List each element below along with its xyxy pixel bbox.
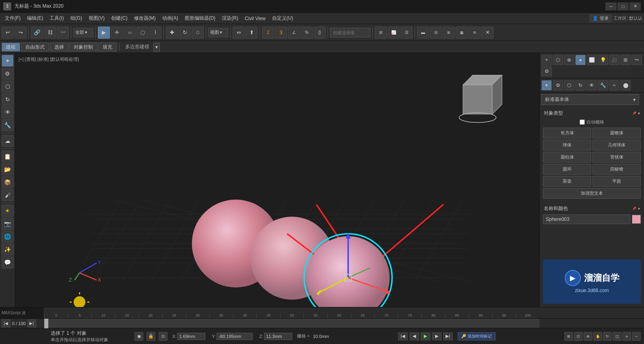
obj-btn-torus[interactable]: 圆环 xyxy=(543,164,591,175)
obj-btn-sphere[interactable]: 球体 xyxy=(543,140,591,150)
modify-tab-button[interactable]: ⚙ xyxy=(553,80,563,91)
render-scene-button[interactable]: ≈ xyxy=(609,80,619,91)
scale-button[interactable]: ⬡ xyxy=(192,27,204,39)
minimize-button[interactable]: ─ xyxy=(605,2,617,10)
move-button[interactable]: ✚ xyxy=(166,27,178,39)
tab-modeling[interactable]: 建模 xyxy=(2,43,20,51)
user-login-button[interactable]: 👤 登录 xyxy=(589,14,612,23)
name-color-header[interactable]: 名称和颜色 📌 ▾ xyxy=(541,204,642,214)
obj-btn-pyramid[interactable]: 四棱锥 xyxy=(592,164,641,175)
menu-tools[interactable]: 工具(I) xyxy=(46,13,67,23)
selection-filter-dropdown[interactable]: 全部 ▾ xyxy=(73,28,93,37)
menu-group[interactable]: 组(G) xyxy=(67,13,85,23)
material-editor-button[interactable]: ⬤ xyxy=(620,80,631,91)
redo-button[interactable]: ↪ xyxy=(14,27,27,39)
circle-select-button[interactable]: ◯ xyxy=(136,27,149,39)
menu-modifiers[interactable]: 修改器(M) xyxy=(131,13,159,23)
layer-manager-button[interactable]: ☰ xyxy=(400,27,413,39)
viewport-anim-button[interactable]: ≋ xyxy=(469,27,481,39)
rotate-button[interactable]: ↻ xyxy=(179,27,191,39)
prev-frame-button[interactable]: ◀ xyxy=(409,332,419,340)
go-end-button[interactable]: ▶| xyxy=(27,319,36,328)
selection-lock-btn[interactable]: ▣ xyxy=(134,332,143,341)
environment-btn[interactable]: 🌐 xyxy=(2,231,14,243)
modify-panel-btn[interactable]: ⚙ xyxy=(2,68,14,80)
ribbon-mode-dropdown[interactable]: ▾ xyxy=(153,43,160,51)
lights-button[interactable]: 💡 xyxy=(598,55,608,65)
compound-button[interactable]: ⊕ xyxy=(564,55,574,65)
menu-create[interactable]: 创建(C) xyxy=(108,13,131,23)
timeline-marker[interactable] xyxy=(44,319,48,328)
play-button[interactable]: ▶ xyxy=(421,332,430,340)
create-selection-input[interactable] xyxy=(330,28,370,37)
hierarchy-panel-btn[interactable]: ⬡ xyxy=(2,80,14,93)
tab-populate[interactable]: 填充 xyxy=(98,43,117,51)
object-paint-btn[interactable]: 🖌 xyxy=(2,189,14,201)
select-button[interactable]: ▶ xyxy=(98,27,110,39)
menu-animation[interactable]: 动画(A) xyxy=(159,13,182,23)
utilities-tab-button[interactable]: 🔧 xyxy=(598,80,608,91)
field-of-view-button[interactable]: ◫ xyxy=(613,332,621,341)
window-controls[interactable]: ─ □ ✕ xyxy=(605,2,641,10)
viewport-layout2-button[interactable]: ⊞ xyxy=(443,27,455,39)
select-move-button[interactable]: ✛ xyxy=(111,27,123,39)
obj-btn-box[interactable]: 长方体 xyxy=(543,128,591,138)
tab-selection[interactable]: 选择 xyxy=(50,43,68,51)
systems-button[interactable]: ⚙ xyxy=(541,66,552,76)
spinner-snap-button[interactable]: {} xyxy=(314,27,326,39)
next-frame-button[interactable]: ▶ xyxy=(432,332,442,340)
orbit-button[interactable]: ↻ xyxy=(603,332,612,341)
lasso-select-button[interactable]: ⌇ xyxy=(149,27,161,39)
obj-btn-plane[interactable]: 平面 xyxy=(592,176,641,187)
helpers-button[interactable]: ⊞ xyxy=(620,55,631,65)
viewport-layout-button[interactable]: ⊟ xyxy=(430,27,442,39)
standard-primitives-button[interactable]: ● xyxy=(575,55,586,65)
effects-btn[interactable]: ✨ xyxy=(2,243,14,255)
coord-lock-btn[interactable]: 🔒 xyxy=(147,332,155,341)
close-button[interactable]: ✕ xyxy=(630,2,641,10)
obj-btn-cone[interactable]: 圆锥体 xyxy=(592,128,641,138)
go-to-end-button[interactable]: ▶| xyxy=(443,332,453,340)
obj-btn-cylinder[interactable]: 圆柱体 xyxy=(543,152,591,163)
viewport-main[interactable]: [+] [透视] [标准] [默认明暗处理] xyxy=(15,53,539,307)
cameras-button[interactable]: 🎥 xyxy=(609,55,619,65)
mirror-button[interactable]: ⇔ xyxy=(233,27,245,39)
menu-view[interactable]: 视图(V) xyxy=(85,13,108,23)
display-tab-button[interactable]: 👁 xyxy=(586,80,597,91)
cloud-btn[interactable]: ☁ xyxy=(2,135,14,147)
close-ribbon-button[interactable]: ✕ xyxy=(481,27,493,39)
create-panel-btn[interactable]: ✦ xyxy=(2,55,14,67)
menu-civil-view[interactable]: Civil View xyxy=(242,14,269,23)
auto-grid-checkbox[interactable] xyxy=(580,119,585,125)
bind-space-warp[interactable]: 〰 xyxy=(57,27,69,39)
x-input[interactable] xyxy=(177,333,205,340)
coord-mode-btn[interactable]: ⊡ xyxy=(159,332,167,341)
add-object-button[interactable]: + xyxy=(541,55,552,65)
camera-btn[interactable]: 📷 xyxy=(2,218,14,230)
motion-panel-btn[interactable]: ↻ xyxy=(2,93,14,105)
menu-edit[interactable]: 编辑(E) xyxy=(24,13,46,23)
y-input[interactable] xyxy=(217,333,253,340)
object-name-input[interactable] xyxy=(543,214,630,224)
maximize-button[interactable]: □ xyxy=(617,2,629,10)
extended-primitives-button[interactable]: ⬜ xyxy=(586,55,597,65)
object-types-header[interactable]: 对象类型 📌 ▾ xyxy=(541,108,642,118)
tab-freeform[interactable]: 自由形式 xyxy=(21,43,49,51)
link-button[interactable]: 🔗 xyxy=(31,27,43,39)
undo-button[interactable]: ↩ xyxy=(2,27,14,39)
tab-object-paint[interactable]: 对象控制 xyxy=(69,43,97,51)
viewport-layout3-button[interactable]: ▦ xyxy=(456,27,468,39)
go-start-button[interactable]: |◀ xyxy=(2,319,10,328)
curve-editor-button[interactable]: 📈 xyxy=(388,27,400,39)
utilities-panel-btn[interactable]: 🔧 xyxy=(2,119,14,131)
create-tab-button[interactable]: ✦ xyxy=(541,80,552,91)
render-msg-btn[interactable]: 💬 xyxy=(2,256,14,268)
menu-render[interactable]: 渲染(R) xyxy=(219,13,242,23)
unlink-button[interactable]: ⛓ xyxy=(44,27,56,39)
object-color-swatch[interactable] xyxy=(632,215,641,224)
light-btn[interactable]: ☀ xyxy=(2,205,14,217)
rect-select-button[interactable]: ▭ xyxy=(124,27,136,39)
menu-file[interactable]: 文件(F) xyxy=(2,13,24,23)
zoom-extents-all-button[interactable]: ⊞ xyxy=(564,332,573,341)
category-dropdown[interactable]: 标准基本体 ▾ xyxy=(541,94,639,105)
